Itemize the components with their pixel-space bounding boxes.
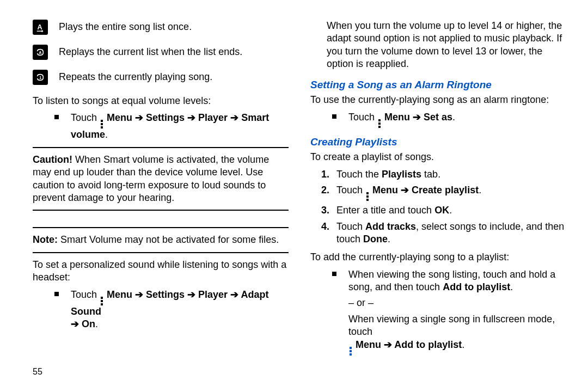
svg-text:A: A xyxy=(38,23,42,31)
menu-icon xyxy=(378,119,381,128)
adapt-sound-instruction: Touch Menu ➔ Settings ➔ Player ➔ Adapt S… xyxy=(54,289,289,331)
personalized-intro: To set a personalized sound while listen… xyxy=(33,259,289,284)
nav-path: Menu ➔ Add to playlist xyxy=(356,339,462,350)
divider xyxy=(33,147,289,148)
bullet-icon xyxy=(332,114,336,119)
smart-volume-instruction: Touch Menu ➔ Settings ➔ Player ➔ Smart v… xyxy=(54,112,289,141)
svg-text:A: A xyxy=(39,50,41,55)
icon-label: Plays the entire song list once. xyxy=(59,20,192,33)
step-1: 1. Touch the Playlists tab. xyxy=(321,168,566,181)
right-column: When you turn the volume up to level 14 … xyxy=(310,20,566,359)
alarm-intro: To use the currently-playing song as an … xyxy=(310,94,566,106)
step-number: 2. xyxy=(321,184,336,197)
page-number: 55 xyxy=(33,366,42,378)
bullet-icon xyxy=(54,292,59,296)
left-column: A Plays the entire song list once. A Rep… xyxy=(33,20,289,359)
repeat-mode-row: 1 Repeats the currently playing song. xyxy=(33,70,289,85)
section-creating-playlists: Creating Playlists xyxy=(310,136,566,149)
step-4: 4. Touch Add tracks, select songs to inc… xyxy=(321,220,566,246)
note-block: Note: Smart Volume may not be activated … xyxy=(33,234,289,246)
step-2: 2. Touch Menu ➔ Create playlist. xyxy=(321,184,566,201)
repeat-song-icon: 1 xyxy=(33,70,48,85)
svg-text:1: 1 xyxy=(39,75,41,80)
add-to-playlist-bullet: When viewing the song listing, touch and… xyxy=(332,268,566,356)
repeat-mode-row: A Plays the entire song list once. xyxy=(33,20,289,35)
touch-label: Touch xyxy=(348,112,375,122)
replay-list-icon: A xyxy=(33,45,48,60)
nav-path: Menu ➔ Set as xyxy=(384,112,452,122)
play-all-once-icon: A xyxy=(33,20,48,35)
divider xyxy=(33,210,289,211)
bullet-icon xyxy=(332,272,336,276)
playlists-intro: To create a playlist of songs. xyxy=(310,151,566,163)
step-3: 3. Enter a title and touch OK. xyxy=(321,204,566,217)
divider xyxy=(33,252,289,253)
menu-icon xyxy=(101,120,103,128)
menu-icon xyxy=(366,192,369,201)
nav-path: Menu ➔ Create playlist xyxy=(372,185,479,195)
section-alarm-ringtone: Setting a Song as an Alarm Ringtone xyxy=(310,78,566,92)
touch-label: Touch xyxy=(71,289,97,300)
note-text: Smart Volume may not be activated for so… xyxy=(58,234,279,245)
icon-label: Repeats the currently playing song. xyxy=(59,70,212,83)
bullet-icon xyxy=(54,115,59,119)
caution-block: Caution! When Smart volume is activated,… xyxy=(33,154,289,205)
equal-volume-intro: To listen to songs at equal volume level… xyxy=(33,95,289,107)
nav-path-cont: ➔ On xyxy=(71,318,95,329)
or-separator: – or – xyxy=(348,297,566,309)
add-to-playlist-intro: To add the currently-playing song to a p… xyxy=(310,251,566,264)
note-label: Note: xyxy=(33,234,58,245)
menu-icon xyxy=(350,347,352,356)
step-number: 4. xyxy=(321,220,336,233)
touch-label: Touch xyxy=(71,112,97,123)
icon-label: Replays the current list when the list e… xyxy=(59,45,242,58)
menu-icon xyxy=(101,297,103,305)
alarm-instruction: Touch Menu ➔ Set as. xyxy=(332,111,566,128)
repeat-mode-row: A Replays the current list when the list… xyxy=(33,45,289,60)
caution-label: Caution! xyxy=(33,154,72,165)
divider xyxy=(33,227,289,228)
step-number: 1. xyxy=(321,168,336,181)
step-number: 3. xyxy=(321,204,336,217)
volume-level-note: When you turn the volume up to level 14 … xyxy=(327,20,566,71)
